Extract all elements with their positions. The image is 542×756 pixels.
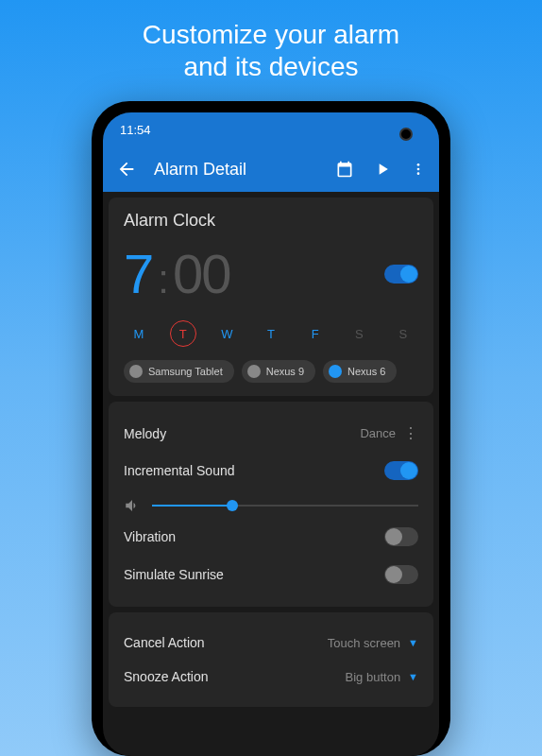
app-header: Alarm Detail <box>103 146 439 192</box>
device-chip-2[interactable]: Nexus 6 <box>323 360 397 383</box>
status-time: 11:54 <box>120 123 151 137</box>
more-icon[interactable] <box>411 160 426 179</box>
devices-row: Samsung TabletNexus 9Nexus 6 <box>124 360 418 383</box>
vibration-row: Vibration <box>124 518 418 556</box>
play-icon[interactable] <box>373 160 392 179</box>
day-1[interactable]: T <box>170 320 196 347</box>
time-colon: : <box>158 257 169 302</box>
svg-point-2 <box>417 173 420 176</box>
actions-card: Cancel Action Touch screen ▼ Snooze Acti… <box>109 612 433 707</box>
day-3[interactable]: T <box>258 320 284 347</box>
volume-slider[interactable] <box>152 505 418 507</box>
melody-row[interactable]: Melody Dance ⋮ <box>124 415 418 452</box>
phone-frame: 11:54 Alarm Detail Alarm Clock 7 <box>92 101 450 756</box>
calendar-icon[interactable] <box>335 160 354 179</box>
time-hour: 7 <box>124 242 154 305</box>
sunrise-toggle[interactable] <box>384 565 418 584</box>
cancel-action-row[interactable]: Cancel Action Touch screen ▼ <box>124 626 418 660</box>
chip-dot-icon <box>329 365 342 378</box>
incremental-toggle[interactable] <box>384 461 418 480</box>
day-5[interactable]: S <box>346 320 372 347</box>
volume-slider-row <box>124 490 418 518</box>
sunrise-row: Simulate Sunrise <box>124 556 418 593</box>
chip-dot-icon <box>129 365 143 378</box>
back-icon[interactable] <box>116 159 137 180</box>
dropdown-icon: ▼ <box>408 671 418 682</box>
incremental-row: Incremental Sound <box>124 452 418 490</box>
day-0[interactable]: M <box>126 320 152 347</box>
device-chip-0[interactable]: Samsung Tablet <box>124 360 234 383</box>
alarm-card: Alarm Clock 7 : 00 MTWTFSS Samsung Table… <box>109 198 433 396</box>
device-chip-1[interactable]: Nexus 9 <box>242 360 315 383</box>
promo-heading: Customize your alarm and its devices <box>143 19 399 82</box>
chip-dot-icon <box>247 365 261 378</box>
alarm-toggle[interactable] <box>384 265 418 284</box>
status-bar: 11:54 <box>103 112 439 146</box>
day-4[interactable]: F <box>302 320 329 347</box>
volume-icon <box>124 497 141 514</box>
svg-point-0 <box>417 163 420 166</box>
days-row: MTWTFSS <box>124 320 418 347</box>
alarm-label: Alarm Clock <box>124 211 418 231</box>
dropdown-icon: ▼ <box>408 637 418 648</box>
day-2[interactable]: W <box>213 320 240 347</box>
snooze-action-row[interactable]: Snooze Action Big button ▼ <box>124 660 418 694</box>
sound-card: Melody Dance ⋮ Incremental Sound <box>109 402 433 607</box>
vibration-toggle[interactable] <box>384 527 418 546</box>
svg-point-1 <box>417 168 420 171</box>
time-display[interactable]: 7 : 00 <box>124 242 229 305</box>
time-minutes: 00 <box>173 242 230 305</box>
page-title: Alarm Detail <box>154 160 316 180</box>
day-6[interactable]: S <box>390 320 416 347</box>
melody-more-icon[interactable]: ⋮ <box>403 424 418 442</box>
